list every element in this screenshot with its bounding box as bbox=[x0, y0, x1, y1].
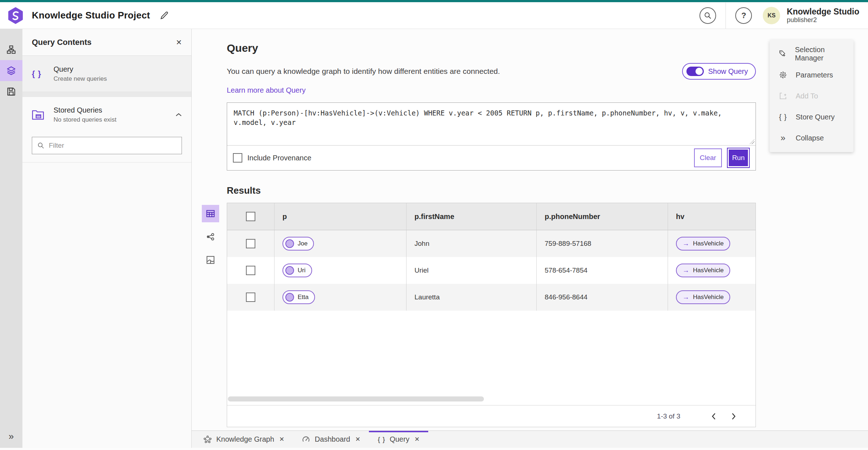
run-button[interactable]: Run bbox=[727, 148, 750, 168]
arrow-right-icon: → bbox=[682, 240, 689, 248]
edge-chip[interactable]: → HasVehicle bbox=[676, 237, 730, 251]
rail-item-layers[interactable] bbox=[0, 60, 22, 81]
menu-item-selection-manager[interactable]: Selection Manager bbox=[770, 43, 854, 64]
app-header: Knowledge Studio Project ? KS Knowledge … bbox=[0, 0, 868, 29]
node-chip[interactable]: Uri bbox=[282, 264, 312, 277]
panel-item-text: Stored Queries No stored queries exist bbox=[54, 106, 175, 123]
tab-dashboard[interactable]: Dashboard ✕ bbox=[293, 431, 369, 448]
help-button[interactable]: ? bbox=[735, 7, 752, 24]
node-label: Joe bbox=[298, 240, 307, 247]
panel-item-stored-queries[interactable]: Stored Queries No stored queries exist bbox=[22, 97, 191, 133]
include-provenance-label: Include Provenance bbox=[247, 154, 311, 162]
row-checkbox[interactable] bbox=[246, 293, 255, 302]
edge-label: HasVehicle bbox=[693, 267, 724, 274]
menu-item-add-to: Add To bbox=[770, 85, 854, 106]
expand-rail-button[interactable]: » bbox=[0, 431, 22, 442]
panel-close-icon[interactable]: ✕ bbox=[176, 38, 182, 47]
column-header-p: p bbox=[274, 203, 406, 230]
edge-label: HasVehicle bbox=[693, 240, 724, 247]
tab-query[interactable]: { } Query ✕ bbox=[369, 431, 428, 448]
pagination-bar: 1-3 of 3 bbox=[227, 405, 756, 427]
show-query-toggle[interactable]: Show Query bbox=[682, 63, 756, 80]
graph-view-icon bbox=[206, 232, 215, 241]
menu-item-label: Selection Manager bbox=[795, 46, 845, 62]
node-label: Etta bbox=[298, 294, 309, 301]
edit-project-title-icon[interactable] bbox=[159, 11, 169, 20]
learn-more-link[interactable]: Learn more about Query bbox=[227, 86, 306, 94]
cell-phonenumber: 846-956-8644 bbox=[536, 284, 668, 311]
question-mark-icon: ? bbox=[741, 11, 746, 20]
node-chip[interactable]: Joe bbox=[282, 237, 314, 251]
pagination-range: 1-3 of 3 bbox=[657, 412, 680, 420]
query-editor-box: MATCH (p:Person)-[hv:HasVehicle]->(v:Veh… bbox=[227, 102, 756, 171]
node-chip[interactable]: Etta bbox=[282, 290, 315, 304]
rail-item-save[interactable] bbox=[0, 81, 22, 102]
arrow-right-icon: → bbox=[682, 293, 689, 301]
user-name: publisher2 bbox=[787, 16, 859, 24]
filter-search-icon bbox=[37, 142, 44, 149]
select-all-checkbox[interactable] bbox=[246, 212, 255, 221]
project-title: Knowledge Studio Project bbox=[32, 10, 150, 21]
table-view-icon bbox=[206, 209, 215, 218]
query-heading: Query bbox=[227, 42, 756, 54]
table-row: Uri Uriel 578-654-7854 → HasVehicle bbox=[227, 257, 756, 284]
tab-close-icon[interactable]: ✕ bbox=[279, 436, 284, 443]
selection-manager-icon bbox=[778, 50, 787, 58]
node-dot-icon bbox=[285, 293, 294, 302]
tab-close-icon[interactable]: ✕ bbox=[355, 436, 360, 443]
cell-firstname: John bbox=[406, 230, 536, 257]
table-row: Etta Lauretta 846-956-8644 → HasVehicle bbox=[227, 284, 756, 311]
edge-chip[interactable]: → HasVehicle bbox=[676, 290, 730, 304]
main-content: Query You can query a knowledge graph to… bbox=[192, 29, 868, 430]
map-view-button[interactable] bbox=[202, 251, 219, 269]
row-checkbox[interactable] bbox=[246, 266, 255, 275]
column-header-firstname: p.firstName bbox=[406, 203, 536, 230]
braces-icon: { } bbox=[378, 436, 385, 443]
resize-handle[interactable] bbox=[749, 139, 754, 144]
tab-close-icon[interactable]: ✕ bbox=[414, 436, 420, 443]
query-textarea[interactable]: MATCH (p:Person)-[hv:HasVehicle]->(v:Veh… bbox=[227, 103, 756, 145]
chevron-up-icon[interactable] bbox=[175, 113, 182, 117]
avatar-initials: KS bbox=[767, 12, 775, 19]
stored-queries-title: Stored Queries bbox=[54, 106, 175, 114]
previous-page-button[interactable] bbox=[706, 409, 721, 424]
menu-item-store-query[interactable]: { } Store Query bbox=[770, 106, 854, 127]
menu-item-label: Add To bbox=[796, 92, 818, 100]
braces-icon: { } bbox=[778, 113, 788, 121]
graph-view-button[interactable] bbox=[202, 228, 219, 245]
rail-item-hierarchy[interactable] bbox=[0, 39, 22, 60]
next-page-button[interactable] bbox=[727, 409, 741, 424]
row-checkbox-cell bbox=[227, 257, 274, 284]
table-view-button[interactable] bbox=[202, 205, 219, 222]
cell-phonenumber: 578-654-7854 bbox=[536, 257, 668, 284]
include-provenance-checkbox[interactable] bbox=[233, 153, 242, 163]
panel-divider bbox=[22, 162, 191, 163]
menu-item-label: Store Query bbox=[796, 113, 835, 121]
row-checkbox[interactable] bbox=[246, 239, 255, 248]
query-textarea-wrap: MATCH (p:Person)-[hv:HasVehicle]->(v:Veh… bbox=[227, 103, 756, 146]
search-button[interactable] bbox=[699, 7, 716, 24]
filter-box bbox=[32, 137, 182, 154]
cell-p: Uri bbox=[274, 257, 406, 284]
tab-knowledge-graph[interactable]: Knowledge Graph ✕ bbox=[195, 431, 293, 448]
collapse-icon: » bbox=[778, 133, 788, 143]
menu-item-collapse[interactable]: » Collapse bbox=[770, 127, 854, 148]
layers-icon bbox=[6, 66, 16, 76]
arrow-right-icon: → bbox=[682, 266, 689, 274]
table-row: Joe John 759-889-57168 → HasVehicle bbox=[227, 230, 756, 257]
toggle-switch-on bbox=[686, 67, 704, 76]
show-query-label: Show Query bbox=[708, 67, 748, 76]
panel-item-query[interactable]: { } Query Create new queries bbox=[22, 56, 191, 92]
tab-label: Dashboard bbox=[315, 435, 350, 443]
edge-chip[interactable]: → HasVehicle bbox=[676, 264, 730, 277]
query-contents-panel: Query Contents ✕ { } Query Create new qu… bbox=[22, 29, 192, 448]
horizontal-scrollbar-thumb[interactable] bbox=[228, 396, 484, 401]
filter-input[interactable] bbox=[49, 142, 176, 150]
stored-queries-subtitle: No stored queries exist bbox=[54, 116, 175, 123]
results-view-rail bbox=[202, 205, 219, 269]
clear-button[interactable]: Clear bbox=[694, 148, 722, 167]
menu-item-parameters[interactable]: Parameters bbox=[770, 64, 854, 85]
user-avatar[interactable]: KS bbox=[763, 7, 780, 24]
toggle-knob bbox=[695, 68, 703, 75]
table-header-row: p p.firstName p.phoneNumber hv bbox=[227, 203, 756, 230]
